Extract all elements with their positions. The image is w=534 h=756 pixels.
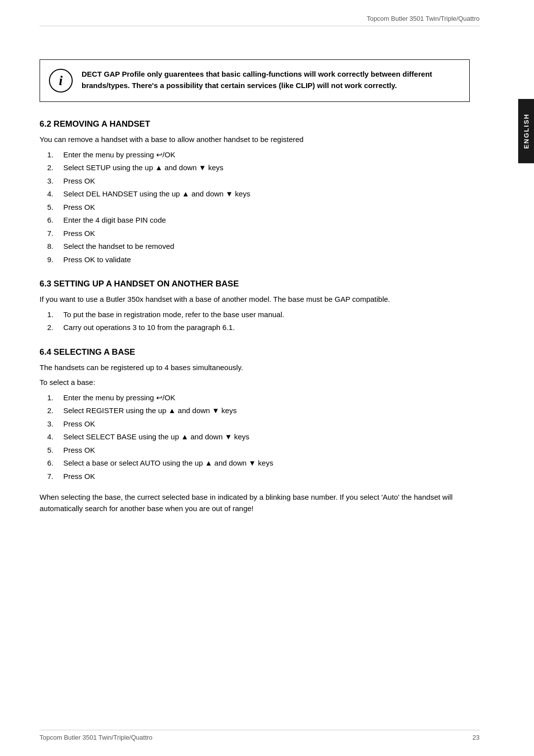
list-item: 6.Enter the 4 digit base PIN code — [40, 215, 470, 226]
main-content: 6.2 REMOVING A HANDSET You can remove a … — [40, 119, 470, 514]
section-6-2-intro: You can remove a handset with a base to … — [40, 134, 470, 145]
info-box: i DECT GAP Profile only guarentees that … — [40, 59, 470, 102]
list-item: 2.Select SETUP using the up ▲ and down ▼… — [40, 162, 470, 174]
section-6-3: 6.3 SETTING UP A HANDSET ON ANOTHER BASE… — [40, 279, 470, 333]
list-item: 7.Press OK — [40, 228, 470, 239]
footer-left-text: Topcom Butler 3501 Twin/Triple/Quattro — [40, 734, 152, 741]
list-item: 5.Press OK — [40, 202, 470, 213]
section-6-4-title: 6.4 SELECTING A BASE — [40, 347, 470, 357]
list-item: 8.Select the handset to be removed — [40, 241, 470, 252]
list-item: 7.Press OK — [40, 471, 470, 482]
section-6-4-intro-1: The handsets can be registered up to 4 b… — [40, 362, 470, 374]
list-item: 1.To put the base in registration mode, … — [40, 309, 470, 321]
section-6-4-intro-2: To select a base: — [40, 377, 470, 388]
section-6-3-intro: If you want to use a Butler 350x handset… — [40, 294, 470, 305]
list-item: 2.Select REGISTER using the up ▲ and dow… — [40, 405, 470, 417]
list-item: 9.Press OK to validate — [40, 254, 470, 266]
section-6-2-list: 1.Enter the menu by pressing ↩/OK 2.Sele… — [40, 149, 470, 266]
section-6-3-list: 1.To put the base in registration mode, … — [40, 309, 470, 333]
section-6-2-title: 6.2 REMOVING A HANDSET — [40, 119, 470, 129]
list-item: 4.Select DEL HANDSET using the up ▲ and … — [40, 189, 470, 200]
list-item: 1.Enter the menu by pressing ↩/OK — [40, 149, 470, 161]
footer-line — [40, 730, 480, 730]
footer-page-number: 23 — [473, 734, 480, 741]
info-icon: i — [49, 69, 73, 93]
list-item: 4.Select SELECT BASE using the up ▲ and … — [40, 431, 470, 443]
page-container: i DECT GAP Profile only guarentees that … — [0, 0, 534, 756]
list-item: 1.Enter the menu by pressing ↩/OK — [40, 392, 470, 404]
section-6-4-list: 1.Enter the menu by pressing ↩/OK 2.Sele… — [40, 392, 470, 482]
list-item: 2.Carry out operations 3 to 10 from the … — [40, 322, 470, 333]
list-item: 6.Select a base or select AUTO using the… — [40, 458, 470, 469]
list-item: 3.Press OK — [40, 176, 470, 187]
section-6-4-note: When selecting the base, the currect sel… — [40, 492, 470, 514]
section-6-4: 6.4 SELECTING A BASE The handsets can be… — [40, 347, 470, 515]
list-item: 5.Press OK — [40, 445, 470, 456]
section-6-3-title: 6.3 SETTING UP A HANDSET ON ANOTHER BASE — [40, 279, 470, 289]
section-6-2: 6.2 REMOVING A HANDSET You can remove a … — [40, 119, 470, 265]
list-item: 3.Press OK — [40, 419, 470, 430]
info-box-text: DECT GAP Profile only guarentees that ba… — [82, 69, 460, 91]
